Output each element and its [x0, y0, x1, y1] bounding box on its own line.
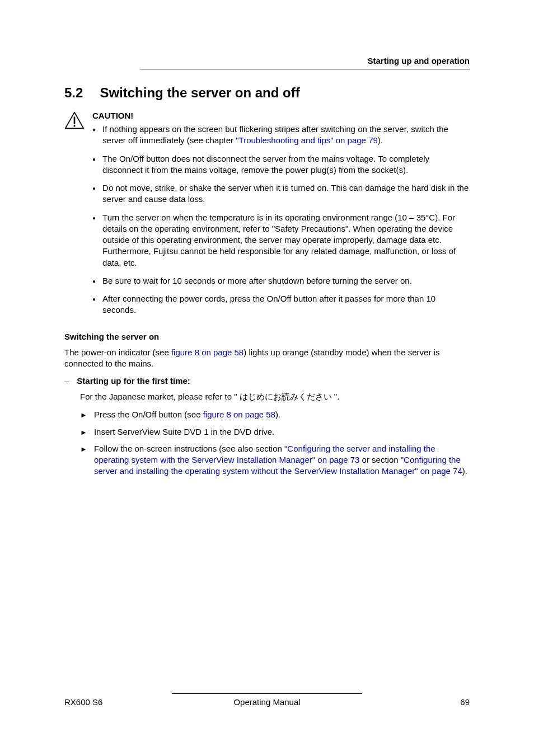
caution-content: CAUTION! ● If nothing appears on the scr…	[92, 111, 470, 323]
caution-item: ● After connecting the power cords, pres…	[92, 293, 470, 316]
bullet-icon: ●	[92, 124, 96, 147]
caution-text: Do not move, strike, or shake the server…	[102, 182, 470, 205]
caution-icon	[64, 111, 85, 323]
jp-note: For the Japanese market, please refer to…	[80, 391, 470, 402]
steps-list: ► Press the On/Off button (see figure 8 …	[80, 409, 470, 477]
caution-text: Turn the server on when the temperature …	[102, 212, 470, 269]
caution-item: ● If nothing appears on the screen but f…	[92, 124, 470, 147]
caution-item: ● Turn the server on when the temperatur…	[92, 212, 470, 269]
power-on-paragraph: The power-on indicator (see figure 8 on …	[64, 347, 470, 370]
section-title: Switching the server on and off	[100, 85, 299, 101]
step-item: ► Insert ServerView Suite DVD 1 in the D…	[80, 426, 470, 438]
footer-row: RX600 S6 Operating Manual 69	[64, 697, 470, 707]
text-fragment: ).	[378, 135, 383, 145]
footer-center: Operating Manual	[233, 697, 300, 707]
step-item: ► Follow the on-screen instructions (see…	[80, 443, 470, 477]
text-fragment: Press the On/Off button (see	[94, 410, 203, 419]
arrow-icon: ►	[80, 426, 87, 438]
section-heading: 5.2 Switching the server on and off	[64, 85, 470, 101]
section-number: 5.2	[64, 85, 83, 101]
caution-block: CAUTION! ● If nothing appears on the scr…	[64, 111, 470, 323]
bullet-icon: ●	[92, 212, 96, 269]
footer-divider	[172, 693, 362, 694]
caution-text: The On/Off button does not disconnect th…	[102, 153, 470, 176]
arrow-icon: ►	[80, 409, 87, 420]
step-text: Insert ServerView Suite DVD 1 in the DVD…	[94, 426, 274, 438]
link-figure-8[interactable]: figure 8 on page 58	[171, 348, 243, 357]
link-figure-8-b[interactable]: figure 8 on page 58	[203, 410, 275, 419]
footer-page-number: 69	[460, 697, 470, 707]
step-text: Follow the on-screen instructions (see a…	[94, 443, 470, 477]
caution-label: CAUTION!	[92, 111, 470, 120]
bullet-icon: ●	[92, 182, 96, 205]
running-header-wrap: Starting up and operation	[64, 56, 470, 69]
first-time-label: Starting up for the first time:	[77, 376, 190, 386]
arrow-icon: ►	[80, 443, 87, 477]
text-fragment: or section	[359, 455, 400, 464]
link-troubleshooting[interactable]: "Troubleshooting and tips" on page 79	[236, 135, 378, 145]
text-fragment: Follow the on-screen instructions (see a…	[94, 444, 284, 453]
caution-item: ● Do not move, strike, or shake the serv…	[92, 182, 470, 205]
bullet-icon: ●	[92, 275, 96, 287]
step-item: ► Press the On/Off button (see figure 8 …	[80, 409, 470, 420]
footer-left: RX600 S6	[64, 697, 102, 707]
text-fragment: The power-on indicator (see	[64, 348, 171, 357]
caution-item: ● The On/Off button does not disconnect …	[92, 153, 470, 176]
caution-text: After connecting the power cords, press …	[102, 293, 470, 316]
bullet-icon: ●	[92, 153, 96, 176]
page-footer: RX600 S6 Operating Manual 69	[64, 693, 470, 707]
switching-on-heading: Switching the server on	[64, 332, 470, 341]
caution-item: ● Be sure to wait for 10 seconds or more…	[92, 275, 470, 287]
svg-point-2	[73, 125, 75, 126]
running-header: Starting up and operation	[140, 56, 470, 69]
caution-text: If nothing appears on the screen but fli…	[102, 124, 470, 147]
caution-text: Be sure to wait for 10 seconds or more a…	[102, 275, 412, 287]
bullet-icon: ●	[92, 293, 96, 316]
first-time-item: – Starting up for the first time:	[64, 376, 470, 386]
step-text: Press the On/Off button (see figure 8 on…	[94, 409, 280, 420]
caution-list: ● If nothing appears on the screen but f…	[92, 124, 470, 316]
text-fragment: ).	[462, 466, 467, 476]
dash-icon: –	[64, 376, 69, 386]
page-container: Starting up and operation 5.2 Switching …	[0, 0, 534, 756]
text-fragment: ).	[275, 410, 280, 419]
